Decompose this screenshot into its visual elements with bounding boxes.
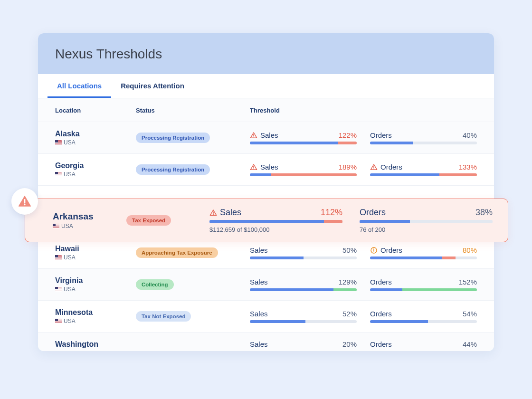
orders-bar [370, 256, 477, 259]
column-headers: Location Status Threshold [38, 98, 494, 122]
tabs: All Locations Requires Attention [38, 74, 494, 98]
sales-bar [250, 142, 357, 144]
sales-bar [250, 288, 357, 291]
orders-pct: 38% [475, 208, 493, 218]
status-badge: Approaching Tax Exposure [136, 247, 218, 258]
location-country: USA [55, 254, 136, 261]
row-washington[interactable]: Washington Sales 20% Orders 44% [38, 332, 494, 351]
sales-pct: 52% [342, 310, 357, 318]
orders-metric: Orders 44% [370, 340, 477, 351]
status-badge: Processing Registration [136, 133, 210, 143]
sales-metric: Sales 50% [250, 246, 357, 259]
flag-icon [55, 319, 62, 323]
orders-pct: 133% [459, 163, 477, 171]
sales-pct: 50% [342, 246, 357, 254]
alert-icon [250, 163, 257, 171]
location-country: USA [55, 286, 136, 293]
orders-bar [360, 220, 493, 223]
tab-all-locations[interactable]: All Locations [48, 74, 111, 98]
sales-pct: 112% [321, 208, 342, 218]
tab-requires-attention[interactable]: Requires Attention [111, 74, 194, 98]
location-country: USA [55, 171, 136, 178]
location-country: USA [55, 318, 136, 324]
alert-icon [370, 163, 378, 171]
status-badge: Collecting [136, 279, 174, 290]
row-georgia[interactable]: Georgia USA Processing Registration Sale… [38, 153, 494, 185]
row-minnesota[interactable]: Minnesota USA Tax Not Exposed Sales 52% … [38, 300, 494, 332]
status-badge: Tax Exposed [126, 215, 171, 226]
sales-pct: 189% [339, 163, 357, 171]
location-country: USA [55, 139, 136, 146]
flag-icon [53, 224, 59, 228]
orders-pct: 80% [463, 246, 477, 254]
orders-metric: Orders 152% [370, 278, 477, 291]
status-badge: Processing Registration [136, 164, 210, 175]
location-name: Georgia [55, 162, 136, 170]
sales-metric: Sales 112% $112,659 of $100,000 [209, 208, 342, 233]
row-arkansas-expanded[interactable]: Arkansas USA Tax Exposed Sales 112% $112… [25, 199, 508, 242]
orders-pct: 152% [459, 278, 477, 286]
orders-bar [370, 320, 477, 323]
flag-icon [55, 172, 62, 177]
location-name: Washington [55, 340, 136, 349]
sales-detail: $112,659 of $100,000 [209, 226, 342, 233]
sales-bar [250, 173, 357, 176]
alert-icon [250, 132, 257, 139]
row-virginia[interactable]: Virginia USA Collecting Sales 129% Order… [38, 268, 494, 300]
nexus-panel: Nexus Thresholds All Locations Requires … [38, 33, 494, 351]
sales-bar [250, 256, 357, 259]
alert-icon [209, 209, 217, 217]
alert-triangle-icon [18, 194, 32, 209]
sales-metric: Sales 20% [250, 340, 357, 351]
location-name: Minnesota [55, 308, 136, 317]
alert-bubble[interactable] [11, 188, 38, 215]
sales-bar [209, 220, 342, 223]
orders-bar [370, 142, 477, 144]
location-name: Arkansas [53, 211, 126, 222]
sales-metric: Sales 52% [250, 310, 357, 323]
orders-bar [370, 173, 477, 176]
sales-metric: Sales 129% [250, 278, 357, 291]
panel-title: Nexus Thresholds [55, 47, 477, 62]
flag-icon [55, 255, 62, 260]
warn-icon [370, 247, 378, 254]
row-alaska[interactable]: Alaska USA Processing Registration Sales… [38, 122, 494, 153]
orders-metric: Orders 54% [370, 310, 477, 323]
status-badge: Tax Not Exposed [136, 311, 191, 322]
orders-metric: Orders 133% [370, 163, 477, 176]
col-header-threshold: Threshold [250, 107, 477, 114]
sales-metric: Sales 122% [250, 131, 357, 144]
sales-metric: Sales 189% [250, 163, 357, 176]
sales-bar [250, 320, 357, 323]
flag-icon [55, 140, 62, 145]
sales-pct: 20% [342, 340, 357, 348]
panel-header: Nexus Thresholds [38, 33, 494, 74]
sales-pct: 129% [339, 278, 357, 286]
location-name: Virginia [55, 276, 136, 285]
svg-point-6 [24, 204, 25, 205]
location-country: USA [53, 223, 126, 229]
col-header-status: Status [136, 107, 250, 114]
orders-metric: Orders 40% [370, 131, 477, 144]
orders-pct: 44% [463, 340, 477, 348]
sales-pct: 122% [339, 131, 357, 139]
location-name: Alaska [55, 130, 136, 138]
location-name: Hawaii [55, 245, 136, 253]
col-header-location: Location [55, 107, 136, 114]
orders-detail: 76 of 200 [360, 226, 493, 233]
orders-metric: Orders 80% [370, 246, 477, 259]
orders-pct: 54% [463, 310, 477, 318]
orders-bar [370, 288, 477, 291]
orders-metric: Orders 38% 76 of 200 [360, 208, 493, 233]
orders-pct: 40% [463, 131, 477, 139]
flag-icon [55, 287, 62, 292]
